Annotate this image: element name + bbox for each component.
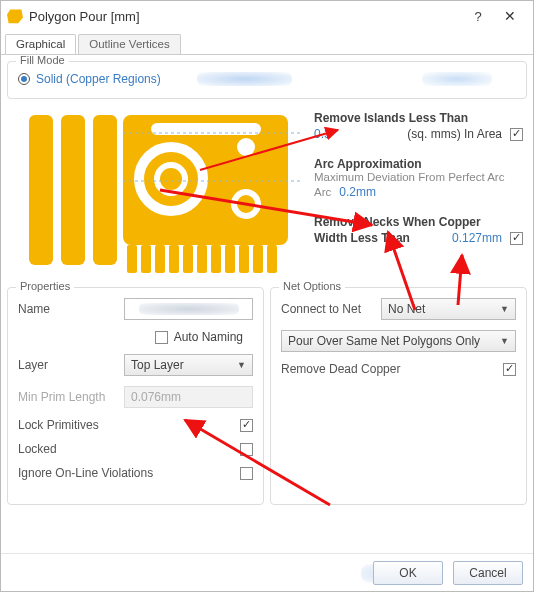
remove-islands-checkbox[interactable] bbox=[510, 128, 523, 141]
svg-rect-14 bbox=[169, 245, 179, 273]
svg-rect-19 bbox=[239, 245, 249, 273]
remove-necks-title-2: Width Less Than bbox=[314, 231, 410, 245]
remove-dead-copper-checkbox[interactable] bbox=[503, 363, 516, 376]
footer: OK Cancel bbox=[1, 553, 533, 591]
remove-islands-value[interactable]: 0.3 bbox=[314, 127, 331, 141]
arc-approx-title: Arc Approximation bbox=[314, 157, 523, 171]
svg-point-6 bbox=[237, 138, 255, 156]
svg-rect-13 bbox=[155, 245, 165, 273]
mid-row: Remove Islands Less Than 0.3 (sq. mms) I… bbox=[7, 105, 527, 287]
fill-mode-option-blurred-2[interactable] bbox=[422, 72, 492, 86]
svg-rect-21 bbox=[267, 245, 277, 273]
params-column: Remove Islands Less Than 0.3 (sq. mms) I… bbox=[314, 109, 523, 279]
remove-necks-title-1: Remove Necks When Copper bbox=[314, 215, 523, 229]
min-prim-length-input: 0.076mm bbox=[124, 386, 253, 408]
polygon-illustration bbox=[11, 109, 306, 279]
pour-rule-value: Pour Over Same Net Polygons Only bbox=[288, 334, 480, 348]
fill-mode-row: Solid (Copper Regions) bbox=[18, 72, 516, 86]
min-prim-length-label: Min Prim Length bbox=[18, 390, 116, 404]
auto-naming-label: Auto Naming bbox=[174, 330, 243, 344]
layer-select[interactable]: Top Layer ▼ bbox=[124, 354, 253, 376]
svg-rect-1 bbox=[61, 115, 85, 265]
lock-primitives-checkbox[interactable] bbox=[240, 419, 253, 432]
connect-to-net-value: No Net bbox=[388, 302, 425, 316]
chevron-down-icon: ▼ bbox=[237, 360, 246, 370]
ignore-violations-label: Ignore On-Line Violations bbox=[18, 466, 153, 480]
fill-mode-section: Fill Mode Solid (Copper Regions) bbox=[7, 61, 527, 99]
dialog-body: Fill Mode Solid (Copper Regions) bbox=[1, 55, 533, 553]
svg-rect-20 bbox=[253, 245, 263, 273]
cancel-button[interactable]: Cancel bbox=[453, 561, 523, 585]
fill-mode-option-blurred-1[interactable] bbox=[197, 72, 292, 86]
name-input[interactable] bbox=[124, 298, 253, 320]
chevron-down-icon: ▼ bbox=[500, 336, 509, 346]
remove-islands-title: Remove Islands Less Than bbox=[314, 111, 523, 125]
svg-rect-2 bbox=[93, 115, 117, 265]
pour-rule-select[interactable]: Pour Over Same Net Polygons Only ▼ bbox=[281, 330, 516, 352]
name-label: Name bbox=[18, 302, 116, 316]
remove-islands-suffix: (sq. mms) In Area bbox=[407, 127, 502, 141]
svg-rect-17 bbox=[211, 245, 221, 273]
arc-approx-value[interactable]: 0.2mm bbox=[339, 185, 376, 199]
lock-primitives-label: Lock Primitives bbox=[18, 418, 99, 432]
close-button[interactable]: ✕ bbox=[493, 8, 527, 24]
connect-to-net-select[interactable]: No Net ▼ bbox=[381, 298, 516, 320]
svg-rect-12 bbox=[141, 245, 151, 273]
arc-approx-group: Arc Approximation Maximum Deviation From… bbox=[314, 157, 523, 199]
net-options-title: Net Options bbox=[279, 280, 345, 292]
locked-label: Locked bbox=[18, 442, 57, 456]
auto-naming-checkbox[interactable] bbox=[155, 331, 168, 344]
svg-rect-16 bbox=[197, 245, 207, 273]
fill-mode-title: Fill Mode bbox=[16, 55, 69, 66]
remove-dead-copper-label: Remove Dead Copper bbox=[281, 362, 400, 376]
tab-outline-vertices[interactable]: Outline Vertices bbox=[78, 34, 181, 54]
svg-rect-11 bbox=[127, 245, 137, 273]
ok-button[interactable]: OK bbox=[373, 561, 443, 585]
radio-solid-label[interactable]: Solid (Copper Regions) bbox=[36, 72, 161, 86]
properties-section: Properties Name Auto Naming Layer bbox=[7, 287, 264, 505]
connect-to-net-label: Connect to Net bbox=[281, 302, 373, 316]
layer-label: Layer bbox=[18, 358, 116, 372]
svg-rect-18 bbox=[225, 245, 235, 273]
remove-necks-checkbox[interactable] bbox=[510, 232, 523, 245]
help-button[interactable]: ? bbox=[463, 9, 493, 24]
net-options-section: Net Options Connect to Net No Net ▼ Pour… bbox=[270, 287, 527, 505]
radio-solid-icon[interactable] bbox=[18, 73, 30, 85]
remove-necks-value[interactable]: 0.127mm bbox=[452, 231, 502, 245]
arc-approx-subtext: Maximum Deviation From Perfect Arc bbox=[314, 171, 523, 183]
window-title: Polygon Pour [mm] bbox=[29, 9, 463, 24]
layer-select-value: Top Layer bbox=[131, 358, 184, 372]
locked-checkbox[interactable] bbox=[240, 443, 253, 456]
remove-islands-group: Remove Islands Less Than 0.3 (sq. mms) I… bbox=[314, 111, 523, 141]
tabs: Graphical Outline Vertices bbox=[1, 31, 533, 55]
remove-necks-group: Remove Necks When Copper Width Less Than… bbox=[314, 215, 523, 245]
tab-graphical[interactable]: Graphical bbox=[5, 34, 76, 54]
app-icon bbox=[7, 8, 23, 24]
properties-title: Properties bbox=[16, 280, 74, 292]
titlebar[interactable]: Polygon Pour [mm] ? ✕ bbox=[1, 1, 533, 31]
auto-naming-row[interactable]: Auto Naming bbox=[155, 330, 243, 344]
window: Polygon Pour [mm] ? ✕ Graphical Outline … bbox=[0, 0, 534, 592]
svg-rect-15 bbox=[183, 245, 193, 273]
chevron-down-icon: ▼ bbox=[500, 304, 509, 314]
svg-rect-0 bbox=[29, 115, 53, 265]
polygon-illustration-svg bbox=[11, 109, 306, 279]
ignore-violations-checkbox[interactable] bbox=[240, 467, 253, 480]
lower-columns: Properties Name Auto Naming Layer bbox=[7, 287, 527, 511]
